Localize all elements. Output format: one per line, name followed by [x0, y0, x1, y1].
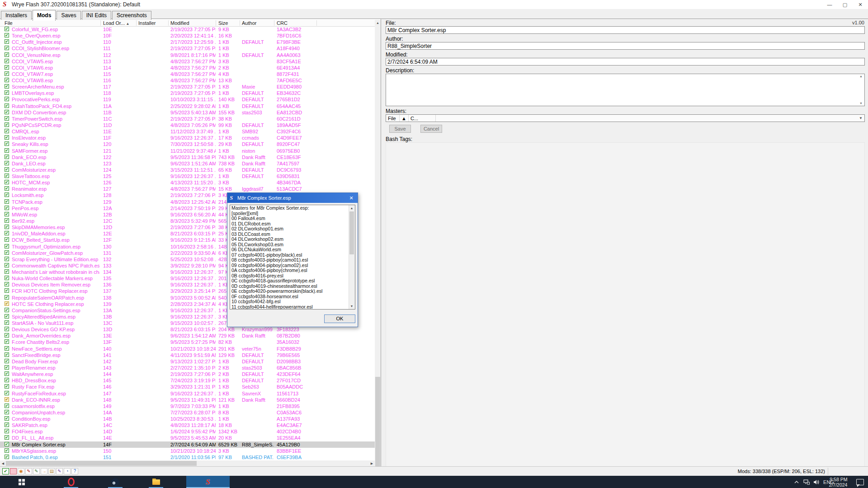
masters-column-2[interactable]: C... — [409, 115, 436, 122]
active-checkbox-icon[interactable]: ✔ — [5, 371, 9, 376]
bash-tags-area[interactable] — [386, 142, 865, 472]
scroll-left-icon[interactable]: ◀ — [0, 460, 6, 466]
mod-row[interactable]: ✔ProvocativePerks.esp11910/10/2023 3:11:… — [0, 96, 375, 103]
opera-taskbar-button[interactable] — [60, 476, 82, 488]
mod-row[interactable]: ✔DD_FL_LL_All.esp14E9/5/2023 5:45:53 AM2… — [0, 435, 375, 441]
active-checkbox-icon[interactable]: ✔ — [5, 212, 9, 216]
action-center-icon[interactable] — [854, 476, 865, 488]
mod-row[interactable]: ✔NewFace_Settlers.esp14010/21/2023 10:18… — [0, 346, 375, 352]
column-separator[interactable] — [216, 20, 216, 26]
active-checkbox-icon[interactable]: ✔ — [5, 410, 9, 414]
volume-icon[interactable] — [812, 476, 821, 488]
horizontal-scrollbar[interactable]: ◀ ▶ — [0, 460, 375, 466]
mod-row[interactable]: ✔RustyFaceFixRedux.esp1479/16/2023 12:26… — [0, 390, 375, 397]
import-icon[interactable]: → — [41, 468, 47, 474]
active-checkbox-icon[interactable]: ✔ — [5, 167, 9, 172]
mod-row[interactable]: ✔Dank_ECO.esp1229/5/2023 11:36:58 PM743 … — [0, 154, 375, 160]
mod-row[interactable]: ✔SanctFixedBridge.esp1414/11/2023 9:51:5… — [0, 352, 375, 358]
dialog-scroll-up-icon[interactable]: ▲ — [349, 205, 354, 211]
active-checkbox-icon[interactable]: ✔ — [5, 218, 9, 223]
window-titlebar[interactable]: S Wrye Flash 307.202001081351 (Standalon… — [0, 0, 868, 9]
active-checkbox-icon[interactable]: ✔ — [5, 199, 9, 204]
mod-row[interactable]: ✔TimerPowerSwitch.esp11C2/19/2023 7:27:0… — [0, 116, 375, 122]
column-separator[interactable] — [136, 20, 137, 26]
mod-row[interactable]: ✔PQsNPCsSPCDR.esp11D4/8/2023 7:05:26 PM9… — [0, 122, 375, 128]
active-checkbox-icon[interactable]: ✔ — [5, 435, 9, 440]
active-checkbox-icon[interactable]: ✔ — [5, 442, 9, 446]
masters-column-0[interactable]: File — [386, 115, 400, 122]
active-checkbox-icon[interactable]: ✔ — [5, 244, 9, 249]
mod-row[interactable]: ✔ScreenArcherMenu.esp1172/19/2023 7:27:0… — [0, 84, 375, 90]
active-checkbox-icon[interactable]: ✔ — [5, 339, 9, 344]
column-separator[interactable] — [100, 20, 101, 26]
active-checkbox-icon[interactable]: ✔ — [5, 135, 9, 140]
close-button[interactable]: ✕ — [853, 0, 868, 9]
maximize-button[interactable]: ▢ — [837, 0, 853, 9]
mod-row[interactable]: ✔CCOI_VTAW5.esp1134/8/2023 7:56:27 PM3 K… — [0, 58, 375, 65]
tab-installers[interactable]: Installers — [1, 11, 32, 20]
edit-doc-icon[interactable]: ✎ — [56, 468, 63, 474]
active-checkbox-icon[interactable]: ✔ — [5, 122, 9, 127]
mod-row[interactable]: ✔Colorful_Wit_FG.esp10E2/19/2023 7:27:05… — [0, 26, 375, 33]
active-checkbox-icon[interactable]: ✔ — [5, 65, 9, 70]
column-header-file[interactable]: File — [5, 20, 99, 26]
mod-row[interactable]: ✔Dead Body Fixer.esp1429/13/2023 1:02:27… — [0, 358, 375, 365]
active-checkbox-icon[interactable]: ✔ — [5, 352, 9, 357]
active-checkbox-icon[interactable]: ✔ — [5, 59, 9, 63]
mod-row[interactable]: ✔CCOI_VenusNine.esp1129/8/2021 8:17:16 P… — [0, 52, 375, 58]
mod-row[interactable]: ✔CCOI_StylishBloomer.esp1112/19/2023 7:2… — [0, 45, 375, 52]
imported-checkbox-icon[interactable]: ✔ — [5, 301, 9, 306]
active-checkbox-icon[interactable]: ✔ — [5, 231, 9, 235]
help-icon[interactable]: ? — [71, 468, 78, 474]
mod-row[interactable]: ✔M8rYASglasses.esp15010/21/2023 10:18:24… — [0, 448, 375, 454]
active-checkbox-icon[interactable]: ✔ — [5, 237, 9, 242]
file-field[interactable] — [386, 26, 865, 34]
cancel-button[interactable]: Cancel — [420, 125, 442, 133]
active-checkbox-icon[interactable]: ✔ — [5, 288, 9, 293]
python-icon[interactable]: ◔ — [64, 468, 71, 474]
active-checkbox-icon[interactable]: ✔ — [5, 365, 9, 370]
author-field[interactable] — [386, 42, 865, 50]
active-checkbox-icon[interactable]: ✔ — [5, 295, 9, 300]
file-explorer-taskbar-button[interactable] — [145, 476, 167, 488]
horizontal-scrollbar-thumb[interactable] — [6, 461, 197, 466]
active-checkbox-icon[interactable]: ✔ — [5, 52, 9, 57]
active-checkbox-icon[interactable]: ✔ — [5, 250, 9, 255]
doc-browser-icon[interactable]: ◉ — [18, 468, 24, 474]
active-checkbox-icon[interactable]: ✔ — [5, 90, 9, 95]
dialog-scrollbar[interactable]: ▲ ▼ — [349, 205, 355, 309]
active-checkbox-icon[interactable]: ✔ — [5, 103, 9, 108]
mod-row[interactable]: ✔SlaveTattoos.esp1259/16/2023 12:26:37 .… — [0, 173, 375, 179]
start-taskbar-button[interactable] — [11, 476, 33, 488]
plugin-checker-icon[interactable]: ✎ — [25, 468, 32, 474]
dialog-scrollbar-thumb[interactable] — [349, 211, 354, 254]
mod-row[interactable]: ✔FO4Fixes.esp14D1/6/2024 9:55:42 PM1342 … — [0, 428, 375, 435]
mod-row[interactable]: ✔HBD_DressBox.esp1457/24/2023 3:19:19 PM… — [0, 377, 375, 384]
mod-row[interactable]: ✔HOTC_MCM.esp1264/13/2023 11:15:20 ...3 … — [0, 179, 375, 186]
active-checkbox-icon[interactable]: ✔ — [5, 359, 9, 363]
active-checkbox-icon[interactable]: ✔ — [5, 39, 9, 44]
mod-row[interactable]: ✔Dank_ECO-INNR.esp1489/5/2023 11:49:31 P… — [0, 397, 375, 403]
mod-row[interactable]: ✔Devious Devices GO KP.esp13D8/21/2023 6… — [0, 326, 375, 333]
image-edit-icon[interactable]: ✎ — [33, 468, 40, 474]
active-checkbox-icon[interactable]: ✔ — [5, 206, 9, 210]
mod-row[interactable]: ✔Sneaky Kills.esp1207/30/2023 12:50:58 .… — [0, 141, 375, 147]
column-header-installer[interactable]: Installer — [138, 20, 168, 26]
masters-listbox[interactable]: Masters for M8r Complex Sorter.esp:[spoi… — [230, 205, 355, 310]
active-checkbox-icon[interactable]: ✔ — [5, 257, 9, 261]
column-header-size[interactable]: Size — [218, 20, 240, 26]
tab-ini-edits[interactable]: INI Edits — [82, 11, 111, 20]
active-checkbox-icon[interactable]: ✔ — [5, 346, 9, 351]
active-checkbox-icon[interactable]: ✔ — [5, 263, 9, 267]
modified-field[interactable] — [386, 58, 865, 66]
active-checkbox-icon[interactable]: ✔ — [5, 148, 9, 153]
description-scroll-down-icon[interactable]: ▼ — [859, 102, 863, 105]
mod-row[interactable]: ✔CC_Outfit_Injector.esp1102/17/2023 12:2… — [0, 39, 375, 45]
column-header-load-or-[interactable]: Load Or... ▲ — [103, 20, 135, 26]
active-checkbox-icon[interactable]: ✔ — [5, 384, 9, 389]
description-scroll-up-icon[interactable]: ▲ — [859, 75, 863, 78]
active-checkbox-icon[interactable]: ✔ — [5, 71, 9, 76]
tab-screenshots[interactable]: Screenshots — [112, 11, 151, 20]
mod-row[interactable]: ✔Bashed Patch, 0.esp1512/1/2020 11:03:56… — [0, 454, 375, 460]
mod-row[interactable]: ✔CCOI_VTAW6.esp1144/8/2023 7:56:27 PM2 K… — [0, 65, 375, 71]
